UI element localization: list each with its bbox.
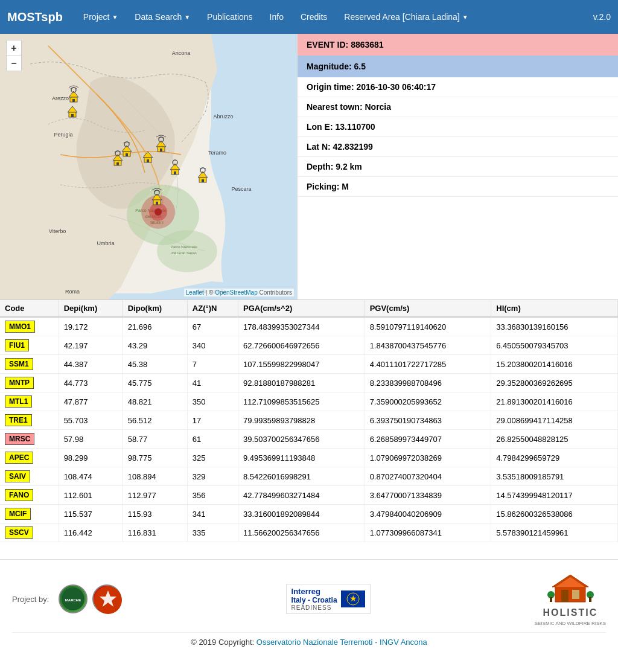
- svg-rect-62: [561, 590, 569, 602]
- cell-code: APEC: [0, 449, 59, 467]
- nav-item-project[interactable]: Project ▼: [75, 0, 126, 34]
- footer: Project by: MARCHE Interreg Italy - Cro: [0, 559, 618, 658]
- cell-hi: 6.450550079345703: [491, 336, 618, 355]
- cell-dipo: 116.831: [123, 523, 187, 542]
- table-row: SSM1 44.387 45.38 7 107.15599822998047 4…: [0, 355, 618, 374]
- footer-copyright: © 2019 Copyright: Osservatorio Nazionale…: [12, 632, 606, 651]
- cell-pga: 79.99359893798828: [238, 411, 365, 430]
- station-badge[interactable]: MCIF: [5, 508, 31, 520]
- station-badge[interactable]: SSCV: [5, 526, 33, 539]
- lat-label: Lat N:: [307, 142, 331, 152]
- chevron-down-icon: ▼: [112, 14, 118, 21]
- depth-value: 9.2 km: [336, 162, 362, 171]
- cell-depi: 112.601: [59, 486, 123, 505]
- cell-hi: 15.203800201416016: [491, 355, 618, 374]
- table-row: SAIV 108.474 108.894 329 8.5422601699829…: [0, 467, 618, 486]
- col-az: AZ(°)N: [187, 300, 238, 317]
- nav-item-info[interactable]: Info: [261, 0, 292, 34]
- cell-az: 329: [187, 467, 238, 486]
- cell-pga: 62.726600646972656: [238, 336, 365, 355]
- footer-top: Project by: MARCHE Interreg Italy - Cro: [12, 566, 606, 632]
- cell-depi: 98.299: [59, 449, 123, 467]
- col-depi: Depi(km): [59, 300, 123, 317]
- station-badge[interactable]: FANO: [5, 489, 33, 501]
- cell-az: 41: [187, 374, 238, 392]
- navbar: MOSTspb Project ▼ Data Search ▼ Publicat…: [0, 0, 618, 34]
- svg-text:Pescara: Pescara: [231, 186, 251, 192]
- navbar-brand[interactable]: MOSTspb: [7, 10, 63, 24]
- cell-depi: 116.442: [59, 523, 123, 542]
- interreg-logo: Interreg Italy - Croatia READINESS ★: [286, 584, 371, 614]
- copyright-link[interactable]: Osservatorio Nazionale Terremoti - INGV …: [256, 638, 427, 647]
- col-dipo: Dipo(km): [123, 300, 187, 317]
- table-row: MCIF 115.537 115.93 341 33.3160018920898…: [0, 505, 618, 523]
- cell-az: 7: [187, 355, 238, 374]
- cell-pgv: 6.393750190734863: [365, 411, 491, 430]
- cell-dipo: 115.93: [123, 505, 187, 523]
- svg-rect-67: [589, 597, 591, 602]
- nav-item-publications[interactable]: Publications: [199, 0, 261, 34]
- data-table-wrapper[interactable]: Code Depi(km) Dipo(km) AZ(°)N PGA(cm/s^2…: [0, 299, 618, 559]
- picking-value: M: [342, 182, 349, 191]
- cell-code: SAIV: [0, 467, 59, 486]
- data-table: Code Depi(km) Dipo(km) AZ(°)N PGA(cm/s^2…: [0, 300, 618, 542]
- main-content: + −: [0, 34, 618, 299]
- station-badge[interactable]: MNTP: [5, 377, 34, 389]
- station-badge[interactable]: APEC: [5, 452, 33, 464]
- nav-item-reserved[interactable]: Reserved Area [Chiara Ladina] ▼: [336, 0, 476, 34]
- cell-code: TRE1: [0, 411, 59, 430]
- station-badge[interactable]: SAIV: [5, 470, 30, 482]
- station-badge[interactable]: MTL1: [5, 395, 32, 408]
- cell-dipo: 45.38: [123, 355, 187, 374]
- svg-text:Viterbo: Viterbo: [49, 228, 66, 234]
- cell-dipo: 45.775: [123, 374, 187, 392]
- cell-pgv: 6.268589973449707: [365, 430, 491, 449]
- cell-hi: 29.008699417114258: [491, 411, 618, 430]
- leaflet-link[interactable]: Leaflet: [186, 289, 204, 296]
- station-badge[interactable]: MMO1: [5, 321, 35, 333]
- station-badge[interactable]: SSM1: [5, 358, 33, 370]
- col-hi: HI(cm): [491, 300, 618, 317]
- magnitude-label: Magnitude:: [307, 62, 352, 71]
- map-attribution: Leaflet | © OpenStreetMap Contributors: [184, 289, 294, 296]
- cell-hi: 3.53518009185791: [491, 467, 618, 486]
- table-row: MRSC 57.98 58.77 61 39.503700256347656 6…: [0, 430, 618, 449]
- svg-text:MARCHE: MARCHE: [65, 598, 81, 602]
- cell-hi: 21.891300201416016: [491, 392, 618, 411]
- osm-link[interactable]: OpenStreetMap: [215, 289, 258, 296]
- cell-pgv: 7.359000205993652: [365, 392, 491, 411]
- cell-depi: 44.387: [59, 355, 123, 374]
- lat-row: Lat N: 42.832199: [298, 137, 618, 157]
- cell-hi: 26.82550048828125: [491, 430, 618, 449]
- cell-pgv: 8.233839988708496: [365, 374, 491, 392]
- station-badge[interactable]: MRSC: [5, 433, 34, 445]
- cell-pga: 107.15599822998047: [238, 355, 365, 374]
- svg-rect-31: [147, 159, 149, 162]
- station-badge[interactable]: FIU1: [5, 339, 29, 351]
- cell-pgv: 0.870274007320404: [365, 467, 491, 486]
- svg-text:Arezzo: Arezzo: [52, 95, 69, 101]
- zoom-in-button[interactable]: +: [6, 40, 22, 56]
- nav-item-data-search[interactable]: Data Search ▼: [126, 0, 199, 34]
- svg-text:Umbria: Umbria: [97, 240, 114, 246]
- map-area[interactable]: + −: [0, 34, 297, 299]
- cell-code: MTL1: [0, 392, 59, 411]
- station-badge[interactable]: TRE1: [5, 414, 32, 426]
- cell-pga: 8.54226016998291: [238, 467, 365, 486]
- cell-az: 356: [187, 486, 238, 505]
- zoom-out-button[interactable]: −: [6, 56, 22, 71]
- depth-label: Depth:: [307, 162, 333, 171]
- nav-item-credits[interactable]: Credits: [292, 0, 336, 34]
- cell-depi: 115.537: [59, 505, 123, 523]
- col-code: Code: [0, 300, 59, 317]
- svg-rect-23: [156, 202, 158, 205]
- cell-pga: 33.316001892089844: [238, 505, 365, 523]
- cell-depi: 55.703: [59, 411, 123, 430]
- project-logos: Project by: MARCHE: [12, 584, 121, 613]
- cell-pgv: 1.8438700437545776: [365, 336, 491, 355]
- svg-rect-50: [71, 114, 74, 117]
- svg-rect-53: [202, 179, 204, 182]
- event-id-row: EVENT ID: 8863681: [298, 34, 618, 56]
- cell-pga: 11.566200256347656: [238, 523, 365, 542]
- cell-az: 325: [187, 449, 238, 467]
